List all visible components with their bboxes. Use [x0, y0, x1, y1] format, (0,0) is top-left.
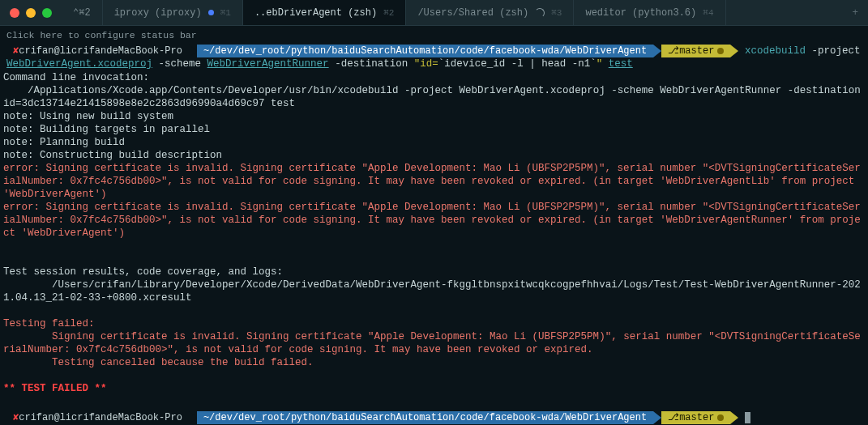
error-line: error: Signing certificate is invalid. S… — [3, 162, 865, 201]
prompt-path: ~/dev/dev_root/python/baiduSearchAutomat… — [203, 411, 647, 424]
tab-weditor[interactable]: weditor (python3.6) ⌘4 — [574, 0, 725, 25]
output-line — [3, 369, 865, 382]
output-line: note: Building targets in parallel — [3, 123, 865, 136]
cmd-token: -scheme — [159, 58, 202, 70]
prompt-line: ✘ crifan@licrifandeMacBook-Pro~/dev/dev_… — [3, 408, 865, 425]
cmd-token: "id= — [414, 58, 438, 70]
output-line: /Applications/Xcode.app/Contents/Develop… — [3, 84, 865, 110]
prompt-host: crifan@licrifandeMacBook-Pro — [19, 411, 182, 424]
prompt-line: ✘ crifan@licrifandeMacBook-Pro~/dev/dev_… — [3, 44, 865, 71]
status-x-icon: ✘ — [13, 45, 19, 57]
minimize-icon[interactable] — [26, 8, 36, 18]
prompt-host-segment: ✘ crifan@licrifandeMacBook-Pro — [6, 411, 189, 424]
prompt-host-segment: ✘ crifan@licrifandeMacBook-Pro — [6, 45, 189, 57]
cursor-icon[interactable] — [745, 412, 750, 423]
prompt-branch-segment: ⎇ master — [661, 45, 730, 57]
output-line — [3, 304, 865, 317]
add-tab-button[interactable]: + — [842, 0, 868, 25]
spinner-icon — [535, 8, 545, 18]
output-line: note: Using new build system — [3, 110, 865, 123]
close-icon[interactable] — [10, 8, 19, 18]
prompt-path: ~/dev/dev_root/python/baiduSearchAutomat… — [203, 45, 647, 57]
tab-label: iproxy (iproxy) — [114, 7, 202, 19]
branch-icon: ⎇ — [668, 411, 679, 424]
tab-shortcut-label: ⌘1 — [220, 7, 231, 18]
tab-users-shared[interactable]: /Users/Shared (zsh) ⌘3 — [406, 0, 574, 25]
tab-label: ⌃⌘2 — [73, 6, 91, 19]
prompt-branch: master — [679, 45, 714, 57]
activity-dot-icon — [208, 10, 214, 15]
maximize-icon[interactable] — [42, 8, 52, 18]
error-line: Testing failed: — [3, 317, 865, 330]
tab-shortcut-label: ⌘2 — [383, 7, 394, 18]
cmd-token: " — [596, 58, 603, 70]
error-line: error: Signing certificate is invalid. S… — [3, 201, 865, 240]
output-line — [3, 253, 865, 266]
output-line: Command line invocation: — [3, 71, 865, 84]
cmd-token: test — [609, 58, 633, 70]
tab-shortcut[interactable]: ⌃⌘2 — [62, 0, 103, 25]
output-line: note: Planning build — [3, 136, 865, 149]
window-controls — [0, 0, 62, 25]
tab-label: weditor (python3.6) — [585, 7, 696, 19]
error-line: Testing cancelled because the build fail… — [3, 356, 865, 369]
branch-dirty-icon — [717, 48, 724, 54]
status-x-icon: ✘ — [13, 411, 19, 424]
titlebar: ⌃⌘2 iproxy (iproxy) ⌘1 ..ebDriverAgent (… — [0, 0, 868, 26]
test-failed-line: ** TEST FAILED ** — [3, 382, 865, 395]
status-bar[interactable]: Click here to configure status bar — [0, 26, 868, 44]
cmd-token: -project — [811, 45, 860, 57]
tab-shortcut-label: ⌘3 — [551, 7, 562, 18]
cmd-token: -destination — [335, 58, 408, 70]
prompt-branch-segment: ⎇ master — [661, 411, 730, 424]
output-line — [3, 395, 865, 408]
tab-label: ..ebDriverAgent (zsh) — [254, 7, 377, 19]
output-line: /Users/crifan/Library/Developer/Xcode/De… — [3, 278, 865, 304]
tab-shortcut-label: ⌘4 — [703, 7, 713, 18]
prompt-host: crifan@licrifandeMacBook-Pro — [19, 45, 182, 57]
tab-webdriveragent[interactable]: ..ebDriverAgent (zsh) ⌘2 — [243, 0, 406, 25]
error-line: Signing certificate is invalid. Signing … — [3, 330, 865, 356]
tab-label: /Users/Shared (zsh) — [417, 7, 528, 19]
output-line: Test session results, code coverage, and… — [3, 266, 865, 278]
status-bar-text: Click here to configure status bar — [6, 30, 197, 40]
output-line — [3, 240, 865, 253]
prompt-branch: master — [679, 411, 714, 424]
tab-iproxy[interactable]: iproxy (iproxy) ⌘1 — [103, 0, 243, 25]
branch-icon: ⎇ — [668, 45, 679, 57]
branch-dirty-icon — [717, 414, 724, 421]
terminal-output[interactable]: ✘ crifan@licrifandeMacBook-Pro~/dev/dev_… — [0, 44, 868, 425]
prompt-path-segment: ~/dev/dev_root/python/baiduSearchAutomat… — [197, 411, 653, 424]
prompt-path-segment: ~/dev/dev_root/python/baiduSearchAutomat… — [197, 45, 653, 57]
cmd-token: WebDriverAgentRunner — [207, 58, 329, 70]
output-line: note: Constructing build description — [3, 149, 865, 162]
cmd-token: xcodebuild — [745, 45, 806, 57]
cmd-token: `idevice_id -l | head -n1` — [438, 58, 596, 70]
cmd-token: WebDriverAgent.xcodeproj — [6, 58, 152, 70]
